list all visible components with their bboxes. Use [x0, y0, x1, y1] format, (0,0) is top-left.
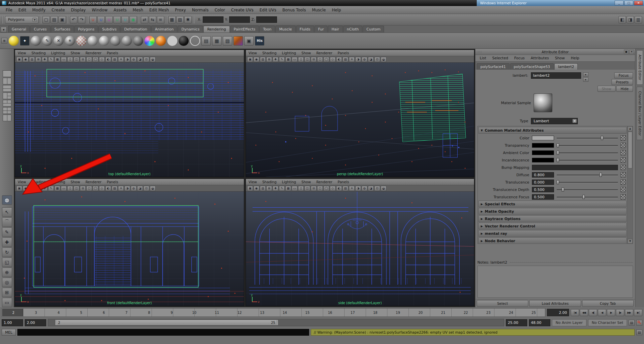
soft-modification-icon[interactable]: ◎ [2, 278, 12, 287]
snap-to-projected-center-icon[interactable]: ∪ [113, 16, 121, 23]
tab-channel-box-layer-editor[interactable]: Channel Box / Layer Editor [637, 87, 643, 140]
black-sphere-icon[interactable] [179, 36, 189, 46]
texture-swatch-icon-1[interactable]: ▤ [201, 36, 211, 46]
last-tool-icon[interactable]: ▭ [2, 298, 12, 307]
section-common-material-attributes[interactable]: ▼ Common Material Attributes [478, 127, 627, 134]
safe-title-icon[interactable]: ◯ [324, 57, 329, 62]
camera-attributes-icon[interactable]: ◉ [254, 186, 259, 191]
anim-layer-icon[interactable]: ▤ [629, 320, 635, 326]
grid-icon[interactable]: ▦ [285, 57, 291, 62]
translucence-depth-field[interactable]: 0.500 [532, 187, 554, 192]
separator-grip[interactable] [2, 16, 4, 23]
menu-item[interactable]: Modify [29, 7, 49, 13]
incandescence-slider[interactable] [557, 158, 618, 162]
map-texture-icon[interactable] [621, 187, 626, 192]
menu-item[interactable]: Assets [111, 7, 130, 13]
shelf-tab[interactable]: Custom [363, 26, 384, 32]
map-texture-icon[interactable] [621, 135, 626, 141]
texture-swatch-icon-2[interactable]: ▦ [212, 36, 221, 46]
panel-menu-item[interactable]: Lighting [49, 180, 68, 184]
field-chart-icon[interactable]: ⊟ [80, 57, 86, 62]
auto-keyframe-icon[interactable] [636, 320, 642, 326]
film-gate-icon[interactable]: ▭ [292, 57, 297, 62]
menu-item[interactable]: File [3, 7, 15, 13]
safe-action-icon[interactable]: ◻ [317, 57, 323, 62]
scroll-down-icon[interactable]: ▼ [628, 239, 633, 244]
wireframe-mode-icon[interactable]: ◇ [330, 57, 336, 62]
viewport-canvas-persp[interactable]: y x persp (defaultRenderLayer) [246, 63, 474, 177]
tab-lambert2[interactable]: lambert2 [554, 63, 578, 70]
camera-attributes-icon[interactable]: ◉ [23, 57, 28, 62]
map-texture-icon[interactable] [621, 143, 626, 148]
shelf-tab[interactable]: Subdivs [98, 26, 120, 32]
tab-polysurfaceshape53[interactable]: polySurfaceShape53 [510, 63, 554, 70]
layout-outliner-persp-button[interactable] [3, 115, 11, 121]
xray-mode-icon[interactable]: ◪ [368, 186, 374, 191]
gate-mask-icon[interactable]: ◫ [304, 57, 310, 62]
load-attributes-button[interactable]: Load Attributes [529, 300, 581, 307]
color-slider[interactable] [557, 136, 618, 140]
transparency-slider[interactable] [557, 143, 618, 148]
panel-menu-item[interactable]: Show [68, 51, 83, 55]
panel-menu-item[interactable]: Renderer [83, 180, 104, 184]
camera-bookmarks-icon[interactable]: ▤ [29, 57, 35, 62]
two-d-pan-zoom-icon[interactable]: ✚ [42, 57, 48, 62]
separator-grip[interactable] [67, 16, 69, 23]
menu-item[interactable]: Focus [511, 56, 528, 60]
field-chart-icon[interactable]: ⊟ [311, 57, 316, 62]
scroll-up-icon[interactable]: ▲ [628, 126, 633, 131]
material-sample-swatch[interactable] [534, 93, 552, 112]
select-button[interactable]: Select [477, 300, 528, 307]
separator-grip[interactable] [165, 16, 167, 23]
grid-icon[interactable]: ▦ [55, 186, 60, 191]
panel-menu-item[interactable]: Show [299, 180, 313, 184]
color-swatch[interactable] [532, 136, 554, 140]
shelf-tab[interactable]: Fur [314, 26, 328, 32]
range-slider-bar[interactable]: 2 25 [55, 320, 278, 326]
panel-menu-item[interactable]: View [246, 180, 260, 184]
smooth-shade-icon[interactable]: ◐ [336, 186, 342, 191]
select-camera-icon[interactable]: ▣ [247, 57, 253, 62]
paint-select-tool-icon[interactable]: ✎ [2, 227, 12, 237]
viewport-canvas-front[interactable]: y x front (defaultRenderLayer) [15, 192, 244, 306]
separator-grip[interactable] [86, 16, 88, 23]
bump-mapping-field[interactable] [532, 165, 618, 170]
star-sphere-icon[interactable]: ✳ [65, 36, 75, 46]
panel-menu-item[interactable]: Show [299, 51, 313, 55]
yellow-sphere-icon[interactable] [9, 36, 19, 46]
shelf-tab[interactable]: Dynamics [178, 26, 203, 32]
textured-mode-icon[interactable]: ▨ [343, 186, 348, 191]
panel-menu-item[interactable]: View [15, 180, 29, 184]
show-manipulator-icon[interactable]: ⊞ [2, 288, 12, 297]
menu-item[interactable]: Attributes [528, 56, 552, 60]
sparkle-icon[interactable]: ✦ [20, 36, 29, 46]
smooth-shade-icon[interactable]: ◐ [105, 57, 111, 62]
shelf-tab[interactable]: Fluids [296, 26, 314, 32]
default-material-icon[interactable]: ◍ [131, 57, 136, 62]
smooth-shade-icon[interactable]: ◐ [336, 57, 342, 62]
toggle-attribute-editor-icon[interactable]: ◨ [627, 16, 634, 23]
textured-mode-icon[interactable]: ▨ [343, 57, 348, 62]
panel-menu-item[interactable]: View [246, 51, 260, 55]
x-coordinate-field[interactable] [203, 16, 223, 23]
x-sphere-icon[interactable]: ✕ [54, 36, 64, 46]
viewport-canvas-side[interactable]: y z side (defaultRenderLayer) [246, 192, 474, 306]
grid-icon[interactable]: ▦ [55, 57, 60, 62]
playback-end-field[interactable]: 25.00 [506, 319, 527, 326]
next-key-button[interactable]: ▶▶ [625, 309, 633, 316]
gray-sphere-icon-2[interactable] [99, 36, 109, 46]
panel-menu-item[interactable]: Lighting [279, 51, 299, 55]
two-d-pan-zoom-icon[interactable]: ✚ [273, 186, 278, 191]
all-lights-icon[interactable]: ☀ [118, 186, 124, 191]
menu-item[interactable]: Color [211, 7, 228, 13]
maximize-icon[interactable]: □ [624, 1, 633, 5]
tab-attribute-editor[interactable]: Attribute Editor [637, 50, 643, 85]
collapsed-section-header[interactable]: ▶ Matte Opacity [478, 208, 627, 215]
film-gate-icon[interactable]: ▭ [61, 57, 67, 62]
image-plane-icon[interactable]: ⊞ [35, 57, 41, 62]
construction-history-icon[interactable]: ≡ [157, 16, 164, 23]
menu-item[interactable]: Proxy [172, 7, 189, 13]
camera-bookmarks-icon[interactable]: ▤ [260, 186, 266, 191]
field-chart-icon[interactable]: ⊟ [311, 186, 316, 191]
checker-sphere-icon[interactable] [76, 36, 86, 46]
